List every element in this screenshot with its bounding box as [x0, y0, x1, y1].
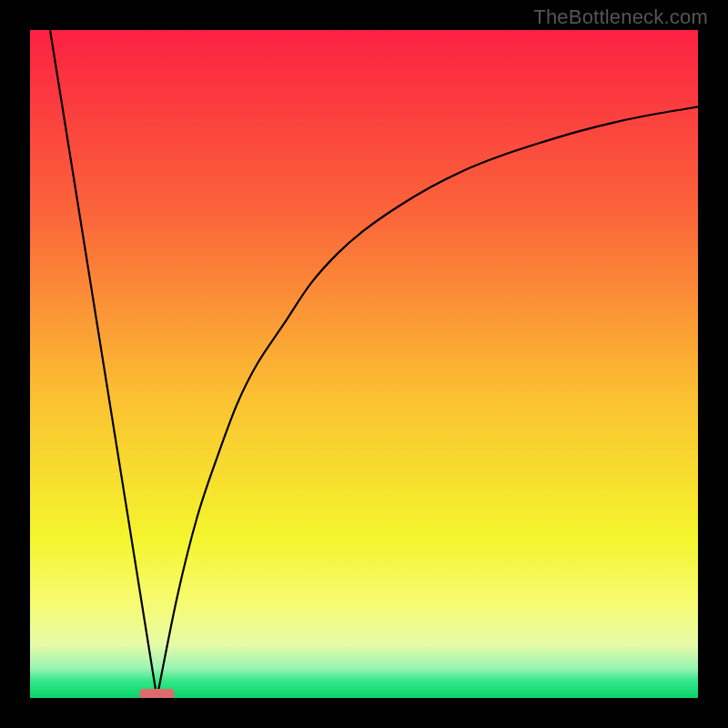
plot-area: [30, 30, 698, 698]
chart-frame: TheBottleneck.com: [0, 0, 728, 728]
watermark-text: TheBottleneck.com: [533, 5, 708, 29]
gradient-background: [30, 30, 698, 698]
chart-svg: [30, 30, 698, 698]
notch-marker: [139, 689, 174, 698]
